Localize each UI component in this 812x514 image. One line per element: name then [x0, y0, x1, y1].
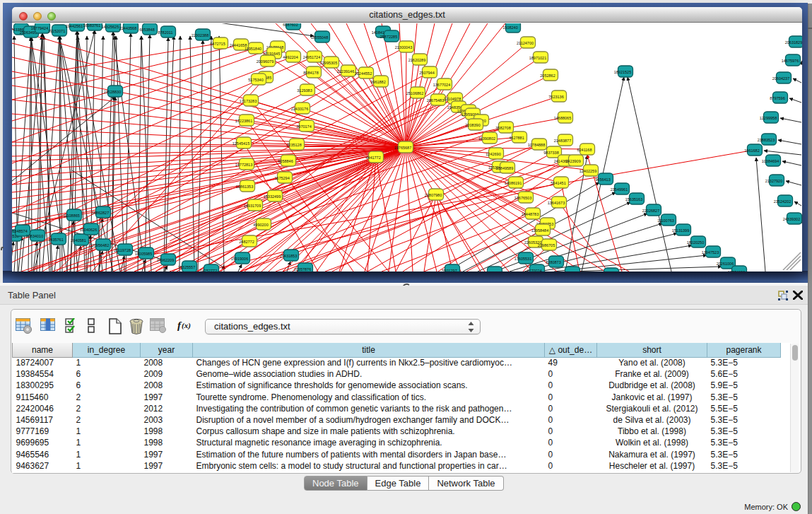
svg-text:18020250: 18020250	[687, 240, 704, 245]
svg-text:18971021: 18971021	[529, 56, 546, 60]
svg-text:8280873: 8280873	[546, 260, 560, 264]
svg-text:14325625: 14325625	[102, 25, 119, 29]
svg-text:22443568: 22443568	[119, 26, 136, 30]
svg-text:15635163: 15635163	[625, 197, 642, 201]
svg-text:19765687: 19765687	[394, 146, 411, 150]
svg-text:20834010: 20834010	[26, 234, 43, 238]
svg-text:17605531: 17605531	[514, 257, 531, 261]
svg-text:4990200: 4990200	[253, 223, 268, 227]
svg-text:6053848: 6053848	[139, 28, 154, 32]
svg-text:4270024: 4270024	[526, 269, 541, 272]
svg-text:19152071: 19152071	[48, 29, 65, 33]
svg-text:22026827: 22026827	[642, 209, 659, 213]
svg-text:21483877: 21483877	[554, 139, 571, 143]
svg-text:3235128: 3235128	[286, 143, 301, 147]
svg-text:4441772: 4441772	[365, 156, 380, 160]
svg-text:18921525: 18921525	[614, 70, 631, 74]
svg-text:12104978: 12104978	[444, 97, 461, 101]
svg-text:14005985: 14005985	[135, 252, 152, 256]
svg-text:22433176: 22433176	[291, 107, 308, 111]
svg-text:23883523: 23883523	[758, 138, 775, 142]
svg-text:23849589: 23849589	[496, 166, 513, 170]
svg-text:6348574: 6348574	[12, 229, 27, 233]
svg-text:12774602: 12774602	[728, 270, 745, 272]
svg-text:1961682: 1961682	[744, 148, 759, 153]
svg-text:1508240: 1508240	[502, 25, 517, 30]
svg-text:10040626: 10040626	[80, 228, 97, 232]
svg-text:23549961: 23549961	[611, 187, 628, 192]
svg-text:25431853: 25431853	[280, 254, 297, 258]
svg-text:8782011: 8782011	[158, 30, 172, 35]
svg-text:16448783: 16448783	[522, 212, 539, 216]
svg-text:10784888: 10784888	[528, 143, 545, 147]
svg-text:20096079: 20096079	[257, 59, 273, 64]
svg-text:14252772: 14252772	[200, 269, 217, 272]
svg-text:13676503: 13676503	[514, 196, 531, 200]
svg-text:21327920: 21327920	[765, 179, 782, 183]
svg-text:1675294: 1675294	[274, 176, 289, 180]
svg-text:(x): (x)	[182, 321, 191, 330]
svg-text:14675976: 14675976	[782, 59, 799, 63]
svg-text:20357876: 20357876	[294, 267, 311, 271]
svg-text:1242690: 1242690	[486, 152, 500, 156]
svg-text:6087602: 6087602	[283, 23, 298, 27]
svg-text:21807980: 21807980	[425, 193, 442, 197]
svg-text:24339302: 24339302	[783, 217, 800, 221]
svg-text:9656413: 9656413	[595, 177, 610, 182]
svg-text:6058846: 6058846	[278, 159, 293, 163]
svg-text:12299958: 12299958	[760, 116, 777, 120]
svg-text:17223861: 17223861	[235, 119, 252, 123]
svg-text:6472715: 6472715	[210, 42, 225, 46]
svg-text:13947523: 13947523	[702, 250, 719, 255]
svg-text:16983761: 16983761	[83, 23, 100, 28]
svg-text:17173283: 17173283	[240, 99, 257, 103]
svg-text:24951724: 24951724	[303, 55, 320, 59]
svg-text:19442561: 19442561	[66, 24, 83, 28]
svg-text:21620289: 21620289	[408, 58, 425, 62]
svg-text:14931709: 14931709	[244, 204, 261, 208]
svg-text:9837338: 9837338	[543, 151, 558, 155]
svg-text:3970174: 3970174	[296, 124, 311, 129]
svg-text:25119728: 25119728	[114, 248, 131, 252]
svg-text:25063495: 25063495	[20, 30, 37, 35]
svg-text:2507944: 2507944	[419, 71, 434, 75]
svg-text:13264804: 13264804	[483, 271, 500, 272]
svg-text:23524202: 23524202	[774, 199, 791, 204]
svg-text:14772813: 14772813	[235, 163, 252, 167]
svg-text:2208390: 2208390	[465, 123, 480, 127]
svg-text:3129383: 3129383	[297, 88, 312, 93]
svg-text:21300043: 21300043	[395, 45, 412, 49]
svg-text:5175340: 5175340	[248, 78, 263, 82]
svg-text:7623136: 7623136	[548, 95, 563, 99]
svg-text:24962209: 24962209	[157, 258, 174, 262]
svg-text:15325557: 15325557	[178, 265, 195, 269]
svg-text:10384694: 10384694	[762, 159, 779, 163]
svg-text:5641451: 5641451	[551, 181, 565, 185]
svg-text:8797596: 8797596	[770, 96, 784, 100]
svg-text:20604237: 20604237	[772, 76, 789, 81]
svg-text:4627881: 4627881	[509, 136, 524, 140]
svg-text:2423909: 2423909	[565, 159, 580, 163]
svg-text:11100763: 11100763	[657, 218, 674, 223]
svg-text:20956482: 20956482	[92, 243, 109, 247]
svg-text:9961882: 9961882	[370, 80, 385, 84]
svg-text:5501297: 5501297	[442, 269, 457, 272]
svg-text:15332499: 15332499	[264, 194, 281, 199]
svg-text:2052862: 2052862	[540, 74, 555, 78]
svg-text:2040581: 2040581	[71, 238, 86, 243]
svg-text:2435761: 2435761	[48, 238, 63, 242]
svg-text:13086191: 13086191	[505, 181, 522, 185]
svg-text:16779424: 16779424	[31, 26, 48, 30]
svg-text:4492204: 4492204	[283, 55, 298, 59]
svg-text:8084178: 8084178	[303, 71, 318, 75]
svg-text:22239146: 22239146	[337, 69, 354, 74]
svg-text:11390802: 11390802	[478, 136, 495, 141]
svg-text:13958484: 13958484	[531, 228, 548, 233]
svg-text:16862827: 16862827	[92, 211, 109, 215]
svg-text:12402259: 12402259	[579, 169, 596, 173]
svg-text:20631829: 20631829	[785, 40, 802, 45]
svg-text:25106862: 25106862	[406, 91, 423, 95]
svg-text:23528830: 23528830	[104, 90, 121, 94]
svg-text:2482772: 2482772	[239, 240, 254, 244]
svg-text:6241168: 6241168	[577, 148, 592, 152]
